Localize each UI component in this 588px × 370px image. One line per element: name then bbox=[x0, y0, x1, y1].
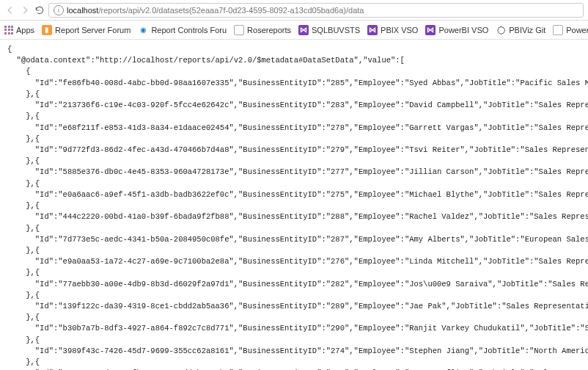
url-path: /reports/api/v2.0/datasets(52eaaa7f-0d23… bbox=[98, 6, 364, 15]
bookmark-rosereports[interactable]: Rosereports bbox=[234, 25, 291, 35]
forward-button[interactable] bbox=[19, 4, 31, 16]
apps-label: Apps bbox=[16, 26, 34, 35]
vs-icon: ⋈ bbox=[367, 25, 378, 35]
url-host: localhost bbox=[67, 6, 98, 15]
apps-icon bbox=[4, 26, 13, 35]
bookmark-label: SQLBUVSTS bbox=[312, 26, 360, 35]
swirl-icon: ◉ bbox=[138, 25, 148, 35]
bookmark-report-controls-forum[interactable]: ◉ Report Controls Foru bbox=[138, 25, 227, 35]
bookmark-label: PBIViz Git bbox=[509, 26, 545, 35]
vs-icon: ⋈ bbox=[425, 25, 436, 35]
apps-button[interactable]: Apps bbox=[4, 26, 34, 35]
bookmark-report-server-forum[interactable]: ▮ Report Server Forum bbox=[42, 25, 131, 35]
forum-icon: ▮ bbox=[42, 25, 52, 35]
vs-icon: ⋈ bbox=[298, 25, 309, 35]
github-icon: ◯ bbox=[496, 25, 506, 35]
back-button[interactable] bbox=[4, 4, 16, 16]
address-bar[interactable]: i localhost/reports/api/v2.0/datasets(52… bbox=[48, 3, 584, 18]
doc-icon bbox=[553, 25, 563, 35]
bookmark-powerbi-wiki[interactable]: PowerBI Wiki bbox=[553, 25, 588, 35]
bookmark-label: Report Controls Foru bbox=[151, 26, 227, 35]
site-info-icon[interactable]: i bbox=[54, 5, 64, 15]
bookmark-pbix-vso[interactable]: ⋈ PBIX VSO bbox=[367, 25, 418, 35]
bookmark-pbiviz-git[interactable]: ◯ PBIViz Git bbox=[496, 25, 545, 35]
bookmark-label: Rosereports bbox=[247, 26, 291, 35]
json-response-body: { "@odata.context":"http://localhost/rep… bbox=[0, 40, 588, 370]
bookmark-label: PowerBI Wiki bbox=[566, 26, 588, 35]
bookmarks-bar: Apps ▮ Report Server Forum ◉ Report Cont… bbox=[0, 21, 588, 40]
box-icon bbox=[234, 25, 244, 35]
reload-button[interactable] bbox=[34, 4, 45, 16]
bookmark-label: PBIX VSO bbox=[381, 26, 418, 35]
bookmark-label: Report Server Forum bbox=[55, 26, 131, 35]
browser-nav-toolbar: i localhost/reports/api/v2.0/datasets(52… bbox=[0, 0, 588, 21]
bookmark-powerbi-vso[interactable]: ⋈ PowerBI VSO bbox=[425, 25, 488, 35]
bookmark-sqlbuvsts[interactable]: ⋈ SQLBUVSTS bbox=[298, 25, 360, 35]
bookmark-label: PowerBI VSO bbox=[438, 26, 488, 35]
